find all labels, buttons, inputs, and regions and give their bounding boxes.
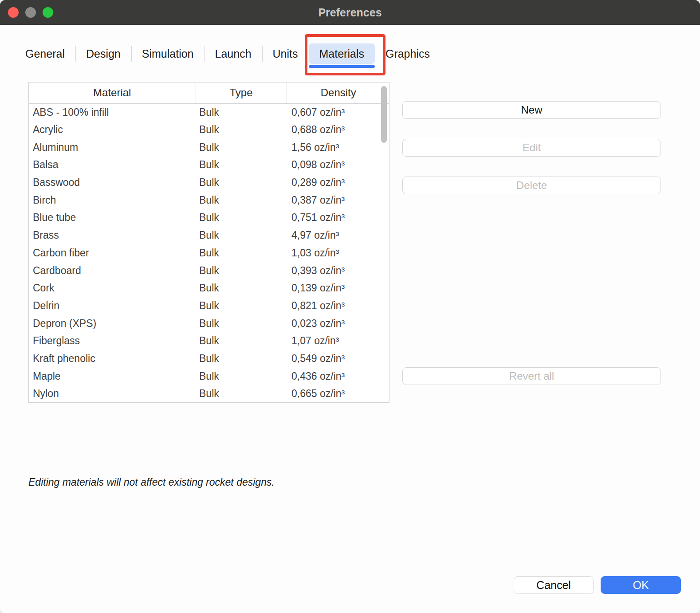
table-row[interactable]: CardboardBulk0,393 oz/in³ — [29, 262, 389, 279]
density-cell: 0,289 oz/in³ — [287, 174, 389, 192]
density-cell: 0,821 oz/in³ — [287, 297, 389, 315]
type-cell: Bulk — [196, 385, 287, 403]
material-cell: Kraft phenolic — [29, 350, 196, 368]
table-row[interactable]: ABS - 100% infillBulk0,607 oz/in³ — [29, 103, 389, 121]
material-cell: Delrin — [29, 297, 196, 315]
tab-label: Graphics — [385, 47, 430, 60]
table-row[interactable]: BasswoodBulk0,289 oz/in³ — [29, 174, 389, 192]
table-row[interactable]: CorkBulk0,139 oz/in³ — [29, 279, 389, 297]
type-cell: Bulk — [196, 103, 287, 121]
density-cell: 4,97 oz/in³ — [287, 227, 389, 244]
tab-materials[interactable]: Materials — [309, 43, 375, 64]
table-row[interactable]: DelrinBulk0,821 oz/in³ — [29, 297, 389, 315]
edit-button[interactable]: Edit — [402, 139, 661, 157]
type-cell: Bulk — [196, 156, 287, 174]
table-row[interactable]: BrassBulk4,97 oz/in³ — [29, 227, 389, 244]
table-row[interactable]: Depron (XPS)Bulk0,023 oz/in³ — [29, 314, 389, 332]
density-cell: 0,688 oz/in³ — [287, 121, 389, 139]
window-title: Preferences — [318, 6, 381, 19]
type-cell: Bulk — [196, 138, 287, 156]
column-header-type[interactable]: Type — [196, 83, 287, 103]
table-row[interactable]: Kraft phenolicBulk0,549 oz/in³ — [29, 350, 389, 368]
delete-button[interactable]: Delete — [402, 177, 661, 194]
tab-label: Materials — [319, 47, 364, 60]
tab-label: General — [25, 47, 65, 60]
material-cell: Basswood — [29, 174, 196, 192]
material-cell: Depron (XPS) — [29, 314, 196, 332]
density-cell: 0,387 oz/in³ — [287, 191, 389, 209]
column-header-density[interactable]: Density — [287, 83, 389, 103]
material-cell: Blue tube — [29, 209, 196, 227]
tab-bar: GeneralDesignSimulationLaunchUnitsMateri… — [15, 42, 700, 65]
density-cell: 0,023 oz/in³ — [287, 314, 389, 332]
traffic-lights — [8, 7, 53, 18]
density-cell: 1,07 oz/in³ — [287, 332, 389, 350]
tab-graphics[interactable]: Graphics — [375, 43, 440, 64]
material-cell: Aluminum — [29, 138, 196, 156]
type-cell: Bulk — [196, 279, 287, 297]
tab-general[interactable]: General — [15, 43, 75, 64]
table-row[interactable]: AcrylicBulk0,688 oz/in³ — [29, 121, 389, 139]
table-row[interactable]: AluminumBulk1,56 oz/in³ — [29, 138, 389, 156]
type-cell: Bulk — [196, 174, 287, 192]
table-row[interactable]: FiberglassBulk1,07 oz/in³ — [29, 332, 389, 350]
material-cell: Cork — [29, 279, 196, 297]
density-cell: 0,751 oz/in³ — [287, 209, 389, 227]
density-cell: 0,665 oz/in³ — [287, 385, 389, 403]
column-header-material[interactable]: Material — [29, 83, 196, 103]
density-cell: 0,139 oz/in³ — [287, 279, 389, 297]
tab-launch[interactable]: Launch — [204, 43, 262, 64]
table-row[interactable]: BirchBulk0,387 oz/in³ — [29, 191, 389, 209]
table-row[interactable]: Blue tubeBulk0,751 oz/in³ — [29, 209, 389, 227]
material-cell: Nylon — [29, 385, 196, 403]
density-cell: 0,393 oz/in³ — [287, 262, 389, 279]
ok-button[interactable]: OK — [601, 576, 681, 594]
tab-design[interactable]: Design — [75, 43, 131, 64]
type-cell: Bulk — [196, 350, 287, 368]
type-cell: Bulk — [196, 297, 287, 315]
material-cell: Birch — [29, 191, 196, 209]
titlebar: Preferences — [0, 0, 700, 25]
tab-units[interactable]: Units — [262, 43, 309, 64]
cancel-button[interactable]: Cancel — [514, 576, 594, 594]
type-cell: Bulk — [196, 314, 287, 332]
table-row[interactable]: MapleBulk0,436 oz/in³ — [29, 367, 389, 385]
material-cell: ABS - 100% infill — [29, 103, 196, 121]
density-cell: 0,436 oz/in³ — [287, 367, 389, 385]
material-cell: Carbon fiber — [29, 244, 196, 262]
new-button[interactable]: New — [402, 101, 661, 119]
tab-separator — [15, 68, 685, 68]
density-cell: 0,549 oz/in³ — [287, 350, 389, 368]
density-cell: 0,098 oz/in³ — [287, 156, 389, 174]
table-row[interactable]: BalsaBulk0,098 oz/in³ — [29, 156, 389, 174]
tab-label: Simulation — [142, 47, 194, 60]
material-cell: Acrylic — [29, 121, 196, 139]
tab-label: Design — [86, 47, 121, 60]
tab-label: Units — [273, 47, 298, 60]
material-cell: Brass — [29, 227, 196, 244]
material-cell: Balsa — [29, 156, 196, 174]
revert-all-button[interactable]: Revert all — [402, 367, 661, 385]
preferences-window: Preferences GeneralDesignSimulationLaunc… — [0, 0, 700, 613]
type-cell: Bulk — [196, 367, 287, 385]
type-cell: Bulk — [196, 332, 287, 350]
materials-note: Editing materials will not affect existi… — [28, 476, 275, 488]
type-cell: Bulk — [196, 262, 287, 279]
materials-table: MaterialTypeDensity ABS - 100% infillBul… — [28, 82, 389, 403]
close-button[interactable] — [8, 7, 19, 18]
table-row[interactable]: Carbon fiberBulk1,03 oz/in³ — [29, 244, 389, 262]
minimize-button[interactable] — [25, 7, 36, 18]
material-cell: Cardboard — [29, 262, 196, 279]
type-cell: Bulk — [196, 121, 287, 139]
table-row[interactable]: NylonBulk0,665 oz/in³ — [29, 385, 389, 403]
zoom-button[interactable] — [43, 7, 53, 18]
material-cell: Maple — [29, 367, 196, 385]
table-scrollbar[interactable] — [381, 86, 387, 143]
tab-simulation[interactable]: Simulation — [131, 43, 204, 64]
type-cell: Bulk — [196, 191, 287, 209]
density-cell: 1,56 oz/in³ — [287, 138, 389, 156]
density-cell: 1,03 oz/in³ — [287, 244, 389, 262]
table-header-row: MaterialTypeDensity — [29, 83, 389, 103]
density-cell: 0,607 oz/in³ — [287, 103, 389, 121]
selected-tab-underline — [309, 65, 375, 68]
